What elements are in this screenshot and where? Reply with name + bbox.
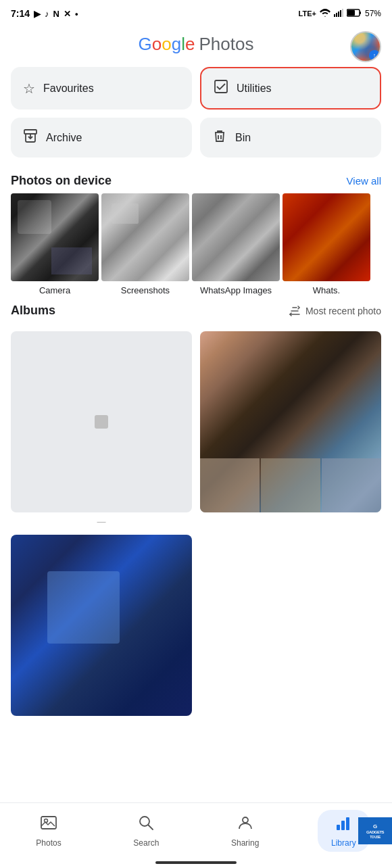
svg-rect-1 [336,13,337,17]
svg-point-17 [243,817,248,823]
album-thumb-photo [200,331,381,512]
bin-button[interactable]: Bin [200,118,381,158]
app-logo: Google Photos [139,34,254,55]
svg-rect-4 [342,9,343,17]
svg-rect-2 [338,11,339,17]
list-item[interactable]: Screenshots [101,193,189,295]
wifi-icon [320,9,330,19]
list-item[interactable]: Camera [11,193,99,295]
list-item[interactable]: WhatsApp Images [192,193,280,295]
album-label-empty: — [11,516,192,527]
sort-icon [288,304,301,318]
yt-music-icon: ♪ [45,9,49,19]
svg-rect-0 [334,14,335,17]
svg-rect-13 [41,817,56,829]
status-time: 7:14 ▶ ♪ N ✕ • [11,8,78,19]
star-icon: ☆ [23,80,35,97]
archive-label: Archive [46,132,82,144]
screenshots-thumb [101,193,189,281]
nav-item-sharing[interactable]: Sharing [218,810,272,852]
favourites-button[interactable]: ☆ Favourites [11,67,192,110]
sharing-nav-label: Sharing [231,838,259,848]
nfc-icon: N [53,9,59,19]
battery-percent: 57% [365,9,381,18]
albums-header: Albums Most recent photo [11,295,381,323]
album-thumb-empty [11,331,192,512]
utilities-button[interactable]: Utilities [200,67,381,110]
status-indicators: LTE+ 57% [299,9,381,19]
google-wordmark: Google [139,34,195,55]
twitter-icon: ✕ [64,9,71,19]
status-bar: 7:14 ▶ ♪ N ✕ • LTE+ 57% [0,0,392,24]
search-nav-label: Search [133,838,159,848]
library-nav-icon [335,814,352,836]
albums-grid: — [0,331,392,788]
svg-rect-19 [341,821,345,830]
svg-rect-6 [360,11,361,14]
screenshots-label: Screenshots [121,285,170,295]
quick-actions-grid: ☆ Favourites Utilities Archive Bin [0,62,392,166]
lte-icon: LTE+ [299,9,316,18]
photos-wordmark: Photos [199,34,253,55]
whatsapp-thumb [192,193,280,281]
trash-icon [212,128,227,147]
camera-label: Camera [39,285,70,295]
whatsapp-label: WhatsApp Images [200,285,272,295]
whatsapp2-thumb [283,193,370,281]
archive-button[interactable]: Archive [11,118,192,158]
list-item[interactable]: Whats. [283,193,370,295]
signal-icon [334,9,343,19]
yt-icon: ▶ [34,9,41,19]
albums-section-header: Albums Most recent photo [0,295,392,323]
svg-rect-8 [215,80,227,93]
svg-rect-9 [24,130,36,134]
favourites-label: Favourites [43,82,94,95]
view-all-link[interactable]: View all [347,175,381,187]
checkbox-icon [214,79,228,97]
svg-line-16 [149,825,153,830]
nav-item-photos[interactable]: Photos [22,810,74,852]
app-header: Google Photos ↑ [0,24,392,62]
svg-rect-20 [346,817,349,830]
bottom-navigation: Photos Search Sharing Library [0,802,392,868]
svg-rect-3 [340,10,341,17]
albums-title: Albums [11,304,55,318]
camera-thumb [11,193,99,281]
watermark: G GADGETS TO USE [358,817,392,844]
avatar-image: ↑ [351,32,380,61]
device-photos-title: Photos on device [11,174,112,188]
photos-nav-label: Photos [36,838,61,848]
upload-badge: ↑ [369,50,380,61]
sharing-nav-icon [237,814,254,836]
home-indicator [155,861,237,864]
albums-sort-button[interactable]: Most recent photo [288,304,381,318]
utilities-label: Utilities [237,82,272,95]
dot-icon: • [75,9,78,19]
library-nav-label: Library [331,838,356,848]
search-nav-icon [137,814,155,836]
photos-nav-icon [40,814,57,836]
albums-sort-label: Most recent photo [305,306,381,316]
svg-rect-7 [347,10,355,16]
list-item[interactable] [200,331,381,527]
archive-icon [23,128,38,147]
device-photos-scroll: Camera Screenshots WhatsApp Images Whats… [0,193,392,295]
bin-label: Bin [235,132,251,144]
nav-item-search[interactable]: Search [120,810,172,852]
album-sub-images [200,458,381,512]
album-thumb-blue [11,535,192,716]
whatsapp2-label: Whats. [313,285,340,295]
avatar[interactable]: ↑ [350,31,381,62]
list-item[interactable]: — [11,331,192,527]
time-display: 7:14 [11,8,30,19]
list-item[interactable] [11,535,192,720]
battery-icon [347,9,362,19]
svg-rect-18 [337,825,340,830]
device-photos-header: Photos on device View all [0,166,392,193]
